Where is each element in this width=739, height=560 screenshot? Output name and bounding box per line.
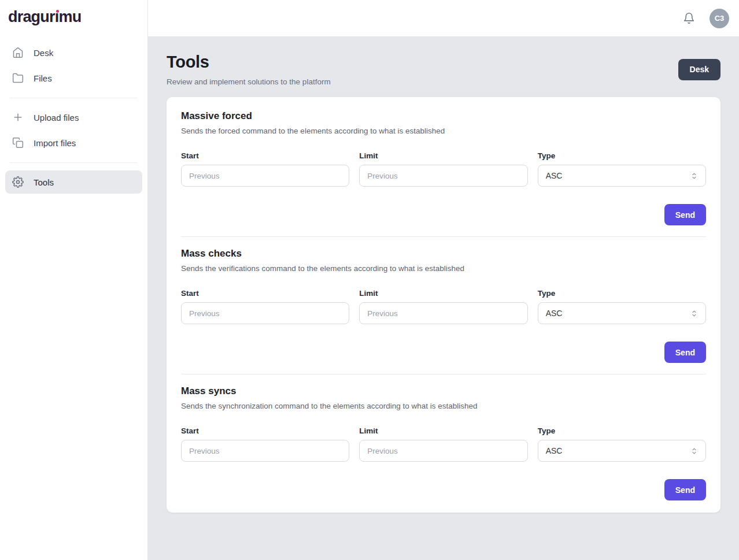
type-field: Type ASC	[538, 289, 706, 324]
sidebar-item-tools[interactable]: Tools	[5, 170, 142, 194]
sidebar-item-files[interactable]: Files	[5, 66, 142, 90]
page-content: Tools Review and implement solutions to …	[148, 37, 739, 560]
section-title: Massive forced	[181, 110, 706, 122]
sidebar-divider	[10, 98, 138, 98]
section-title: Mass checks	[181, 248, 706, 259]
section-actions: Send	[181, 204, 706, 225]
send-button[interactable]: Send	[664, 479, 706, 500]
tool-section-mass-syncs: Mass syncs Sends the synchronization com…	[181, 385, 706, 500]
limit-label: Limit	[359, 427, 527, 435]
start-input[interactable]	[181, 165, 349, 187]
section-description: Sends the synchronization command to the…	[181, 402, 706, 410]
limit-field: Limit	[359, 151, 527, 187]
topbar: C3	[148, 0, 739, 37]
type-field: Type ASC	[538, 151, 706, 187]
sidebar-nav: Desk Files Upload files Import files	[0, 41, 147, 196]
start-input[interactable]	[181, 302, 349, 324]
start-field: Start	[181, 427, 349, 462]
chevron-updown-icon	[690, 309, 699, 318]
sidebar-item-label: Tools	[34, 177, 54, 187]
limit-label: Limit	[359, 289, 527, 298]
start-label: Start	[181, 289, 349, 298]
copy-icon	[12, 137, 24, 149]
bell-icon	[683, 12, 695, 24]
type-label: Type	[538, 151, 706, 160]
limit-input[interactable]	[359, 440, 527, 462]
app-window: dragurımu Desk Files Upload files	[0, 0, 739, 560]
start-label: Start	[181, 151, 349, 160]
section-title: Mass syncs	[181, 385, 706, 397]
sidebar-item-label: Desk	[34, 48, 53, 58]
section-divider	[181, 236, 706, 237]
gear-icon	[12, 176, 24, 188]
main-area: C3 Tools Review and implement solutions …	[148, 0, 739, 560]
logo-i-dot	[56, 10, 59, 13]
limit-label: Limit	[359, 151, 527, 160]
brand-logo: dragurımu	[0, 0, 147, 41]
limit-field: Limit	[359, 427, 527, 462]
avatar[interactable]: C3	[710, 9, 729, 28]
page-header-text: Tools Review and implement solutions to …	[167, 53, 331, 86]
tool-section-mass-checks: Mass checks Sends the verifications comm…	[181, 248, 706, 363]
type-select[interactable]: ASC	[538, 165, 706, 187]
limit-input[interactable]	[359, 165, 527, 187]
type-label: Type	[538, 427, 706, 435]
section-form: Start Limit Type ASC	[181, 289, 706, 324]
type-field: Type ASC	[538, 427, 706, 462]
start-label: Start	[181, 427, 349, 435]
home-icon	[12, 47, 24, 58]
type-select[interactable]: ASC	[538, 302, 706, 324]
type-select-value: ASC	[546, 446, 563, 455]
notifications-button[interactable]	[682, 11, 696, 25]
chevron-updown-icon	[690, 447, 699, 455]
send-button[interactable]: Send	[664, 204, 706, 225]
limit-field: Limit	[359, 289, 527, 324]
section-actions: Send	[181, 479, 706, 500]
start-field: Start	[181, 151, 349, 187]
tool-section-massive-forced: Massive forced Sends the forced command …	[181, 110, 706, 225]
section-divider	[181, 374, 706, 374]
page-title: Tools	[167, 53, 331, 72]
start-input[interactable]	[181, 440, 349, 462]
type-select-value: ASC	[546, 309, 563, 318]
tools-card: Massive forced Sends the forced command …	[167, 97, 720, 513]
section-form: Start Limit Type ASC	[181, 151, 706, 187]
desk-button[interactable]: Desk	[678, 59, 720, 80]
plus-icon	[12, 112, 24, 123]
start-field: Start	[181, 289, 349, 324]
logo-text-suffix: mu	[58, 8, 81, 25]
type-select-value: ASC	[546, 171, 563, 180]
folder-icon	[12, 72, 24, 84]
chevron-updown-icon	[690, 172, 699, 180]
sidebar-divider	[10, 162, 138, 163]
section-actions: Send	[181, 342, 706, 363]
send-button[interactable]: Send	[664, 342, 706, 363]
page-header: Tools Review and implement solutions to …	[167, 53, 720, 86]
sidebar-item-label: Upload files	[34, 113, 79, 123]
sidebar-item-upload-files[interactable]: Upload files	[5, 106, 142, 129]
type-label: Type	[538, 289, 706, 298]
section-description: Sends the verifications command to the e…	[181, 264, 706, 273]
section-description: Sends the forced command to the elements…	[181, 127, 706, 135]
page-subtitle: Review and implement solutions to the pl…	[167, 77, 331, 86]
sidebar: dragurımu Desk Files Upload files	[0, 0, 148, 560]
limit-input[interactable]	[359, 302, 527, 324]
avatar-initials: C3	[715, 14, 725, 23]
type-select[interactable]: ASC	[538, 440, 706, 462]
logo-text-prefix: dragur	[8, 8, 55, 25]
sidebar-item-import-files[interactable]: Import files	[5, 131, 142, 154]
sidebar-item-label: Files	[34, 73, 52, 83]
section-form: Start Limit Type ASC	[181, 427, 706, 462]
sidebar-item-label: Import files	[34, 138, 76, 148]
sidebar-item-desk[interactable]: Desk	[5, 41, 142, 64]
